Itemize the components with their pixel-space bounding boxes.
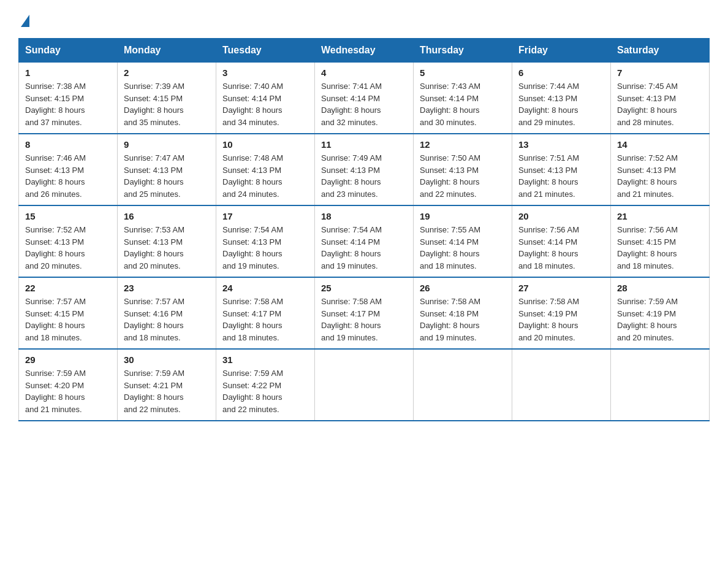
calendar-cell: 1Sunrise: 7:38 AMSunset: 4:15 PMDaylight… xyxy=(19,63,118,134)
day-number: 18 xyxy=(321,211,407,221)
day-info: Sunrise: 7:40 AMSunset: 4:14 PMDaylight:… xyxy=(222,80,308,128)
weekday-header: Wednesday xyxy=(315,39,414,63)
day-info: Sunrise: 7:57 AMSunset: 4:15 PMDaylight:… xyxy=(25,296,111,343)
calendar-cell: 28Sunrise: 7:59 AMSunset: 4:19 PMDayligh… xyxy=(611,277,710,349)
logo xyxy=(18,12,29,26)
day-info: Sunrise: 7:58 AMSunset: 4:17 PMDaylight:… xyxy=(222,296,308,343)
calendar-cell: 24Sunrise: 7:58 AMSunset: 4:17 PMDayligh… xyxy=(216,277,315,349)
calendar-week-row: 1Sunrise: 7:38 AMSunset: 4:15 PMDaylight… xyxy=(19,63,710,134)
day-info: Sunrise: 7:46 AMSunset: 4:13 PMDaylight:… xyxy=(25,152,111,200)
day-number: 19 xyxy=(420,211,506,221)
calendar-cell: 14Sunrise: 7:52 AMSunset: 4:13 PMDayligh… xyxy=(611,134,710,205)
day-info: Sunrise: 7:45 AMSunset: 4:13 PMDaylight:… xyxy=(617,80,703,128)
logo-triangle-icon xyxy=(21,15,29,27)
day-info: Sunrise: 7:48 AMSunset: 4:13 PMDaylight:… xyxy=(222,152,308,200)
weekday-header: Thursday xyxy=(414,39,512,63)
day-info: Sunrise: 7:41 AMSunset: 4:14 PMDaylight:… xyxy=(321,80,407,128)
day-info: Sunrise: 7:59 AMSunset: 4:19 PMDaylight:… xyxy=(617,296,703,343)
day-info: Sunrise: 7:58 AMSunset: 4:19 PMDaylight:… xyxy=(518,296,604,343)
day-info: Sunrise: 7:56 AMSunset: 4:15 PMDaylight:… xyxy=(617,224,703,272)
calendar-cell: 21Sunrise: 7:56 AMSunset: 4:15 PMDayligh… xyxy=(611,205,710,277)
calendar-cell xyxy=(512,349,611,421)
calendar-cell: 12Sunrise: 7:50 AMSunset: 4:13 PMDayligh… xyxy=(414,134,512,205)
calendar-header-row: SundayMondayTuesdayWednesdayThursdayFrid… xyxy=(19,39,710,63)
calendar-cell: 26Sunrise: 7:58 AMSunset: 4:18 PMDayligh… xyxy=(414,277,512,349)
day-number: 31 xyxy=(222,354,308,365)
weekday-header: Sunday xyxy=(19,39,118,63)
day-number: 27 xyxy=(518,283,604,293)
calendar-cell: 27Sunrise: 7:58 AMSunset: 4:19 PMDayligh… xyxy=(512,277,611,349)
calendar-cell xyxy=(315,349,414,421)
day-info: Sunrise: 7:59 AMSunset: 4:20 PMDaylight:… xyxy=(25,367,111,415)
day-info: Sunrise: 7:59 AMSunset: 4:21 PMDaylight:… xyxy=(124,367,210,415)
calendar-cell: 16Sunrise: 7:53 AMSunset: 4:13 PMDayligh… xyxy=(118,205,216,277)
calendar-cell: 20Sunrise: 7:56 AMSunset: 4:14 PMDayligh… xyxy=(512,205,611,277)
calendar-cell: 23Sunrise: 7:57 AMSunset: 4:16 PMDayligh… xyxy=(118,277,216,349)
calendar-week-row: 22Sunrise: 7:57 AMSunset: 4:15 PMDayligh… xyxy=(19,277,710,349)
calendar-cell xyxy=(414,349,512,421)
day-number: 11 xyxy=(321,139,407,150)
calendar-week-row: 8Sunrise: 7:46 AMSunset: 4:13 PMDaylight… xyxy=(19,134,710,205)
calendar-cell: 7Sunrise: 7:45 AMSunset: 4:13 PMDaylight… xyxy=(611,63,710,134)
day-number: 14 xyxy=(617,139,703,150)
day-info: Sunrise: 7:53 AMSunset: 4:13 PMDaylight:… xyxy=(124,224,210,272)
day-number: 22 xyxy=(25,283,111,293)
day-number: 6 xyxy=(518,67,604,78)
day-number: 23 xyxy=(124,283,210,293)
calendar-table: SundayMondayTuesdayWednesdayThursdayFrid… xyxy=(18,38,710,421)
calendar-cell: 18Sunrise: 7:54 AMSunset: 4:14 PMDayligh… xyxy=(315,205,414,277)
calendar-cell: 9Sunrise: 7:47 AMSunset: 4:13 PMDaylight… xyxy=(118,134,216,205)
day-number: 2 xyxy=(124,67,210,78)
day-number: 28 xyxy=(617,283,703,293)
calendar-cell: 13Sunrise: 7:51 AMSunset: 4:13 PMDayligh… xyxy=(512,134,611,205)
calendar-cell: 3Sunrise: 7:40 AMSunset: 4:14 PMDaylight… xyxy=(216,63,315,134)
day-number: 20 xyxy=(518,211,604,221)
day-number: 15 xyxy=(25,211,111,221)
day-info: Sunrise: 7:54 AMSunset: 4:13 PMDaylight:… xyxy=(222,224,308,272)
day-number: 1 xyxy=(25,67,111,78)
calendar-week-row: 29Sunrise: 7:59 AMSunset: 4:20 PMDayligh… xyxy=(19,349,710,421)
calendar-cell: 22Sunrise: 7:57 AMSunset: 4:15 PMDayligh… xyxy=(19,277,118,349)
day-number: 4 xyxy=(321,67,407,78)
day-info: Sunrise: 7:49 AMSunset: 4:13 PMDaylight:… xyxy=(321,152,407,200)
calendar-cell: 4Sunrise: 7:41 AMSunset: 4:14 PMDaylight… xyxy=(315,63,414,134)
calendar-cell: 15Sunrise: 7:52 AMSunset: 4:13 PMDayligh… xyxy=(19,205,118,277)
calendar-cell: 17Sunrise: 7:54 AMSunset: 4:13 PMDayligh… xyxy=(216,205,315,277)
day-info: Sunrise: 7:57 AMSunset: 4:16 PMDaylight:… xyxy=(124,296,210,343)
calendar-cell: 6Sunrise: 7:44 AMSunset: 4:13 PMDaylight… xyxy=(512,63,611,134)
day-number: 26 xyxy=(420,283,506,293)
day-number: 9 xyxy=(124,139,210,150)
day-number: 17 xyxy=(222,211,308,221)
day-number: 5 xyxy=(420,67,506,78)
weekday-header: Saturday xyxy=(611,39,710,63)
day-number: 3 xyxy=(222,67,308,78)
calendar-cell: 29Sunrise: 7:59 AMSunset: 4:20 PMDayligh… xyxy=(19,349,118,421)
day-number: 8 xyxy=(25,139,111,150)
calendar-cell xyxy=(611,349,710,421)
day-number: 29 xyxy=(25,354,111,365)
weekday-header: Monday xyxy=(118,39,216,63)
day-number: 13 xyxy=(518,139,604,150)
day-info: Sunrise: 7:52 AMSunset: 4:13 PMDaylight:… xyxy=(25,224,111,272)
day-info: Sunrise: 7:58 AMSunset: 4:17 PMDaylight:… xyxy=(321,296,407,343)
day-info: Sunrise: 7:50 AMSunset: 4:13 PMDaylight:… xyxy=(420,152,506,200)
day-info: Sunrise: 7:44 AMSunset: 4:13 PMDaylight:… xyxy=(518,80,604,128)
day-info: Sunrise: 7:43 AMSunset: 4:14 PMDaylight:… xyxy=(420,80,506,128)
day-info: Sunrise: 7:39 AMSunset: 4:15 PMDaylight:… xyxy=(124,80,210,128)
weekday-header: Tuesday xyxy=(216,39,315,63)
day-info: Sunrise: 7:59 AMSunset: 4:22 PMDaylight:… xyxy=(222,367,308,415)
day-info: Sunrise: 7:55 AMSunset: 4:14 PMDaylight:… xyxy=(420,224,506,272)
day-info: Sunrise: 7:56 AMSunset: 4:14 PMDaylight:… xyxy=(518,224,604,272)
calendar-cell: 19Sunrise: 7:55 AMSunset: 4:14 PMDayligh… xyxy=(414,205,512,277)
day-info: Sunrise: 7:38 AMSunset: 4:15 PMDaylight:… xyxy=(25,80,111,128)
calendar-cell: 2Sunrise: 7:39 AMSunset: 4:15 PMDaylight… xyxy=(118,63,216,134)
calendar-cell: 5Sunrise: 7:43 AMSunset: 4:14 PMDaylight… xyxy=(414,63,512,134)
calendar-cell: 31Sunrise: 7:59 AMSunset: 4:22 PMDayligh… xyxy=(216,349,315,421)
calendar-week-row: 15Sunrise: 7:52 AMSunset: 4:13 PMDayligh… xyxy=(19,205,710,277)
calendar-cell: 10Sunrise: 7:48 AMSunset: 4:13 PMDayligh… xyxy=(216,134,315,205)
calendar-cell: 8Sunrise: 7:46 AMSunset: 4:13 PMDaylight… xyxy=(19,134,118,205)
day-number: 30 xyxy=(124,354,210,365)
day-info: Sunrise: 7:58 AMSunset: 4:18 PMDaylight:… xyxy=(420,296,506,343)
day-info: Sunrise: 7:51 AMSunset: 4:13 PMDaylight:… xyxy=(518,152,604,200)
day-info: Sunrise: 7:54 AMSunset: 4:14 PMDaylight:… xyxy=(321,224,407,272)
